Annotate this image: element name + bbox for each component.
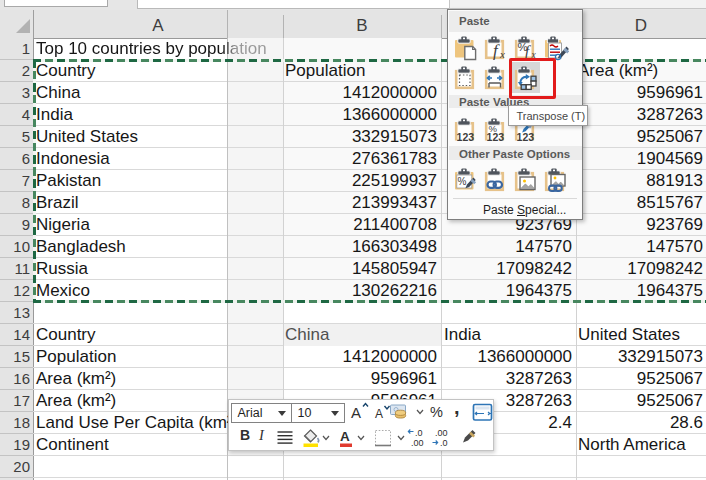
svg-text:.0: .0	[440, 438, 448, 448]
svg-text:.00: .00	[435, 428, 448, 438]
svg-text:A: A	[375, 407, 383, 421]
svg-text:.0: .0	[415, 428, 423, 438]
svg-text:123: 123	[457, 131, 475, 143]
svg-text:.00: .00	[411, 438, 424, 448]
svg-text:A: A	[340, 429, 350, 444]
svg-text:x: x	[499, 48, 505, 60]
svg-text:%: %	[458, 176, 467, 187]
svg-text:A: A	[351, 404, 361, 421]
svg-text:123: 123	[487, 131, 505, 143]
svg-text:123: 123	[517, 131, 535, 143]
